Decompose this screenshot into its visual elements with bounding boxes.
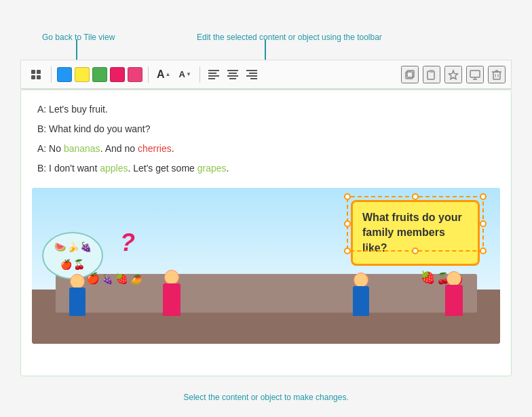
svg-marker-20	[449, 71, 458, 79]
paste-button[interactable]	[423, 66, 440, 83]
text-decrease-button[interactable]: A ▼	[176, 68, 193, 81]
fruit-grapes: 🍇	[80, 241, 92, 252]
fruit-banana: 🍌	[67, 241, 79, 252]
head-right-boy	[354, 273, 368, 287]
scene-area: 🍉 🍎 🍇 🍓 🥭 🍓 🍒 🍎 🍉 🍌 🍇 🍎 🍒 ?	[32, 188, 500, 344]
character-left-boy	[69, 274, 86, 316]
text-decrease-label: A	[178, 69, 185, 79]
character-left-girl	[163, 270, 180, 316]
svg-rect-6	[208, 75, 219, 77]
character-right-boy	[353, 273, 369, 316]
divider-1	[51, 66, 52, 83]
svg-rect-9	[229, 73, 237, 74]
svg-rect-7	[208, 78, 215, 79]
toolbar: A ▲ A ▼	[20, 60, 512, 90]
text-decrease-arrow: ▼	[186, 71, 191, 77]
color-pink[interactable]	[110, 67, 125, 82]
align-right-button[interactable]	[244, 66, 260, 83]
align-left-icon	[208, 70, 219, 79]
svg-rect-10	[227, 75, 238, 77]
word-apples: apples	[100, 163, 128, 174]
body-right-girl	[445, 285, 463, 316]
content-area: A: Let's buy fruit. B: What kind do you …	[20, 90, 512, 376]
head-left-boy	[70, 274, 85, 289]
word-grapes: grapes	[197, 163, 227, 174]
callout-text: What fruits do your family members like?	[362, 212, 462, 254]
annotation-toolbar-edit: Edit the selected content or object usin…	[197, 33, 382, 43]
svg-rect-14	[246, 75, 257, 77]
color-pink-dark[interactable]	[128, 67, 142, 82]
question-mark: ?	[120, 229, 135, 257]
svg-rect-5	[208, 73, 216, 74]
svg-rect-11	[229, 78, 236, 79]
svg-rect-19	[430, 70, 434, 73]
copy-button[interactable]	[401, 66, 419, 83]
align-right-icon	[246, 70, 257, 79]
delete-button[interactable]	[488, 66, 506, 83]
dialogue-line-3: A: No bananas. And no cherries.	[37, 142, 495, 156]
svg-rect-12	[246, 70, 257, 71]
dialogue-line-4: B: I don't want apples. Let's get some g…	[37, 161, 495, 176]
head-left-girl	[164, 270, 179, 285]
fruit-watermelon: 🍉	[54, 241, 66, 252]
svg-rect-24	[493, 72, 500, 79]
fruit-apple: 🍎	[60, 259, 72, 270]
character-right-girl	[445, 271, 463, 316]
fruit-cherry: 🍒	[73, 259, 85, 270]
color-blue[interactable]	[57, 67, 72, 82]
tile-view-button[interactable]	[26, 65, 45, 84]
svg-rect-21	[470, 71, 480, 77]
text-increase-label: A	[157, 68, 165, 81]
divider-3	[200, 66, 200, 83]
body-left-girl	[163, 283, 180, 316]
word-bananas: bananas	[64, 143, 100, 154]
star-icon	[448, 69, 459, 80]
callout-box[interactable]: What fruits do your family members like?	[351, 200, 480, 266]
dialogue-line-2: B: What kind do you want?	[37, 122, 495, 136]
word-cherries: cherries	[138, 143, 172, 154]
divider-2	[148, 66, 149, 83]
toolbar-right-group	[401, 66, 506, 83]
svg-rect-13	[249, 73, 257, 74]
paste-icon	[426, 69, 437, 80]
dialogue-section: A: Let's buy fruit. B: What kind do you …	[21, 90, 511, 188]
annotation-bottom: Select the content or object to make cha…	[0, 393, 532, 402]
color-yellow[interactable]	[75, 67, 90, 82]
align-center-icon	[227, 70, 238, 79]
annotation-tile-view: Go back to Tile view	[42, 33, 115, 43]
dialogue-line-1: A: Let's buy fruit.	[37, 102, 495, 117]
copy-icon	[404, 69, 415, 80]
body-right-boy	[353, 286, 369, 316]
grid-icon	[31, 70, 41, 79]
svg-rect-4	[208, 70, 219, 71]
align-left-button[interactable]	[206, 66, 222, 83]
svg-rect-15	[250, 78, 257, 79]
arrow-toolbar-edit	[265, 39, 266, 61]
body-left-boy	[69, 287, 86, 316]
monitor-icon	[470, 69, 480, 80]
star-button[interactable]	[444, 66, 462, 83]
monitor-button[interactable]	[466, 66, 484, 83]
speech-bubble: 🍉 🍌 🍇 🍎 🍒	[42, 232, 103, 279]
svg-rect-8	[227, 70, 238, 71]
text-increase-arrow: ▲	[166, 71, 171, 77]
arrow-tile-view	[76, 39, 77, 61]
color-green[interactable]	[92, 67, 107, 82]
align-center-button[interactable]	[225, 66, 241, 83]
delete-icon	[491, 69, 502, 80]
text-increase-button[interactable]: A ▲	[154, 67, 173, 82]
head-right-girl	[446, 271, 461, 286]
